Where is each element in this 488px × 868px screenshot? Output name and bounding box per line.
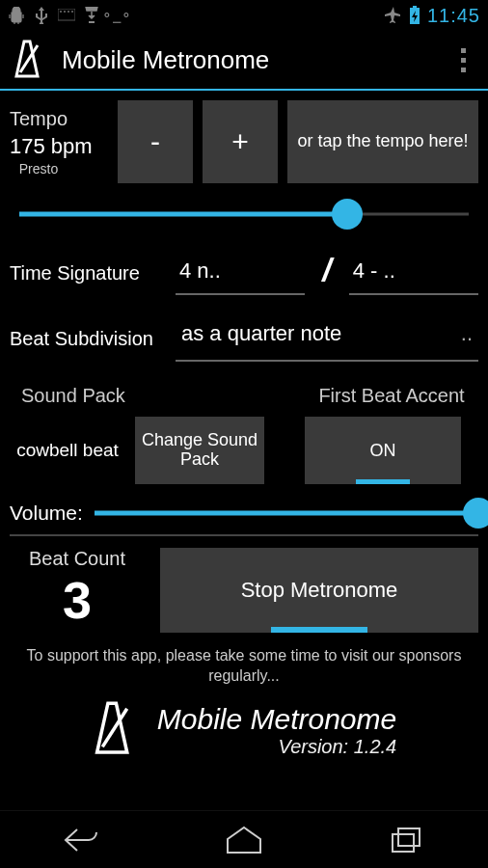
tempo-decrease-button[interactable]: - (118, 100, 193, 183)
volume-slider[interactable] (95, 500, 478, 527)
sound-pack-name: cowbell beat (10, 441, 125, 461)
beat-count-value: 3 (10, 570, 145, 630)
svg-rect-3 (68, 11, 69, 13)
time-signature-label: Time Signature (10, 262, 176, 285)
beat-count-label: Beat Count (10, 548, 145, 570)
first-beat-accent-header: First Beat Accent (305, 385, 478, 407)
android-debug-icon (8, 7, 25, 24)
svg-rect-0 (58, 9, 75, 20)
footer-app-name: Mobile Metronome (157, 703, 396, 736)
footer-version: Version: 1.2.4 (279, 736, 397, 758)
status-bar: ⚬⎯⚬ 11:45 (0, 0, 488, 31)
navigation-bar (0, 810, 488, 868)
svg-rect-1 (60, 11, 62, 13)
battery-charging-icon (406, 7, 423, 24)
clock-time: 11:45 (427, 5, 480, 27)
svg-rect-6 (413, 6, 417, 8)
tap-tempo-button[interactable]: or tap the tempo here! (287, 100, 478, 183)
tempo-bpm-value: 175 bpm (10, 134, 108, 159)
app-title: Mobile Metronome (62, 45, 434, 75)
airplane-mode-icon (385, 7, 402, 24)
svg-rect-9 (393, 834, 414, 852)
tempo-display: Tempo 175 bpm Presto (10, 100, 108, 183)
tempo-increase-button[interactable]: + (203, 100, 278, 183)
change-sound-pack-button[interactable]: Change Sound Pack (135, 417, 264, 484)
beat-subdivision-label: Beat Subdivision (10, 328, 176, 350)
first-beat-accent-toggle[interactable]: ON (305, 417, 461, 484)
tempo-label: Tempo (10, 108, 108, 130)
volume-label: Volume: (10, 502, 83, 525)
time-signature-numerator-select[interactable]: 4 n.. (176, 253, 305, 295)
action-bar: Mobile Metronome (0, 31, 488, 91)
nav-back-button[interactable] (42, 821, 120, 859)
time-signature-slash: / (305, 251, 348, 296)
download-icon (83, 7, 100, 24)
svg-rect-10 (398, 828, 420, 846)
footer-logo-icon (92, 700, 138, 762)
beat-subdivision-select[interactable]: as a quarter note .. (176, 315, 478, 362)
footer-brand: Mobile Metronome Version: 1.2.4 (10, 700, 478, 762)
keyboard-icon (58, 7, 75, 24)
tempo-marking: Presto (10, 161, 68, 176)
svg-rect-4 (71, 11, 73, 13)
tempo-slider[interactable] (10, 201, 478, 228)
svg-rect-2 (64, 11, 66, 13)
nav-home-button[interactable] (205, 821, 283, 859)
nav-recent-button[interactable] (368, 821, 446, 859)
time-signature-denominator-select[interactable]: 4 - .. (349, 253, 478, 295)
overflow-menu-icon[interactable] (449, 48, 476, 72)
divider (10, 534, 478, 536)
usb-icon (33, 7, 50, 24)
app-logo-icon (12, 39, 46, 81)
support-text: To support this app, please take some ti… (25, 646, 463, 687)
sound-pack-header: Sound Pack (10, 385, 287, 407)
stop-metronome-button[interactable]: Stop Metronome (160, 548, 478, 633)
voicemail-icon: ⚬⎯⚬ (108, 7, 125, 24)
